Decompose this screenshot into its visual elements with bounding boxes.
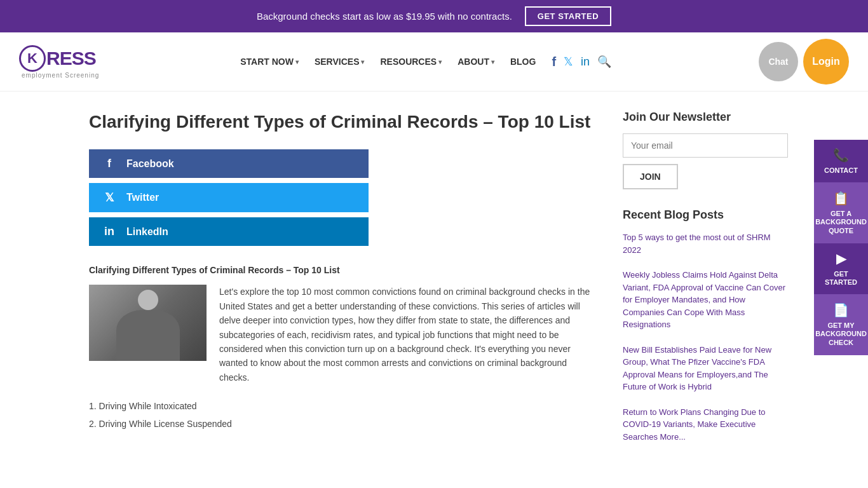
phone-icon: 📞 xyxy=(833,147,849,163)
chevron-down-icon: ▾ xyxy=(295,58,299,65)
get-background-check-button[interactable]: 📄 GET MY BACKGROUND CHECK xyxy=(814,295,868,355)
top-banner: Background checks start as low as $19.95… xyxy=(0,0,868,32)
newsletter-section: Join Our Newsletter JOIN xyxy=(623,111,788,189)
article-content: Clarifying Different Types of Criminal R… xyxy=(89,111,597,456)
logo[interactable]: K RESS employment Screening xyxy=(19,45,99,79)
article-subtitle: Clarifying Different Types of Criminal R… xyxy=(89,265,597,275)
contact-label: CONTACT xyxy=(824,166,858,175)
article-body: Let's explore the top 10 most common con… xyxy=(89,285,597,384)
article-title: Clarifying Different Types of Criminal R… xyxy=(89,111,597,133)
search-button[interactable]: 🔍 xyxy=(597,55,611,69)
background-icon: 📄 xyxy=(833,302,849,318)
facebook-share-label: Facebook xyxy=(126,158,174,170)
get-quote-button[interactable]: 📋 GET A BACKGROUND QUOTE xyxy=(814,183,868,243)
login-button[interactable]: Login xyxy=(803,39,849,85)
recent-post-item[interactable]: New Bill Establishes Paid Leave for New … xyxy=(623,344,788,393)
social-share-buttons: f Facebook 𝕏 Twitter in LinkedIn xyxy=(89,149,369,246)
main-nav: START NOW ▾ SERVICES ▾ RESOURCES ▾ ABOUT… xyxy=(234,51,611,72)
recent-post-item[interactable]: Return to Work Plans Changing Due to COV… xyxy=(623,406,788,444)
chevron-down-icon: ▾ xyxy=(438,58,442,65)
recent-posts-section: Recent Blog Posts Top 5 ways to get the … xyxy=(623,208,788,443)
article-image xyxy=(89,285,207,361)
social-nav-icons: f 𝕏 in 🔍 xyxy=(552,55,611,69)
contact-button[interactable]: 📞 CONTACT xyxy=(814,140,868,183)
twitter-share-button[interactable]: 𝕏 Twitter xyxy=(89,183,369,212)
nav-blog[interactable]: BLOG xyxy=(504,51,542,72)
twitter-share-icon: 𝕏 xyxy=(102,191,117,205)
main-container: Clarifying Different Types of Criminal R… xyxy=(0,92,868,475)
recent-post-item[interactable]: Weekly Jobless Claims Hold Against Delta… xyxy=(623,269,788,331)
right-sidebar: 📞 CONTACT 📋 GET A BACKGROUND QUOTE ▶ GET… xyxy=(814,140,868,355)
banner-text: Background checks start as low as $19.95… xyxy=(257,11,512,22)
facebook-share-icon: f xyxy=(102,157,117,170)
article-body-text: Let's explore the top 10 most common con… xyxy=(219,285,597,384)
linkedin-share-label: LinkedIn xyxy=(126,226,168,238)
nav-start-now[interactable]: START NOW ▾ xyxy=(234,51,305,72)
started-label: GET STARTED xyxy=(825,270,857,287)
quote-icon: 📋 xyxy=(833,191,849,206)
banner-cta-button[interactable]: GET STARTED xyxy=(525,6,611,26)
nav-about[interactable]: ABOUT ▾ xyxy=(451,51,501,72)
logo-k-circle: K xyxy=(19,45,46,72)
nav-resources[interactable]: RESOURCES ▾ xyxy=(374,51,448,72)
join-button[interactable]: JOIN xyxy=(623,164,678,189)
article-list: 1. Driving While Intoxicated 2. Driving … xyxy=(89,397,597,433)
logo-subtitle: employment Screening xyxy=(22,72,99,79)
background-label: GET MY BACKGROUND CHECK xyxy=(815,322,867,347)
recent-posts-title: Recent Blog Posts xyxy=(623,208,788,222)
chat-button[interactable]: Chat xyxy=(759,42,798,81)
list-item: 2. Driving While License Suspended xyxy=(89,415,597,433)
facebook-share-button[interactable]: f Facebook xyxy=(89,149,369,178)
list-item: 1. Driving While Intoxicated xyxy=(89,397,597,415)
chevron-down-icon: ▾ xyxy=(491,58,494,65)
linkedin-share-button[interactable]: in LinkedIn xyxy=(89,217,369,246)
recent-post-item[interactable]: Top 5 ways to get the most out of SHRM 2… xyxy=(623,231,788,256)
twitter-icon[interactable]: 𝕏 xyxy=(564,55,573,69)
newsletter-title: Join Our Newsletter xyxy=(623,111,788,124)
sidebar: Join Our Newsletter JOIN Recent Blog Pos… xyxy=(623,111,788,456)
chevron-down-icon: ▾ xyxy=(361,58,364,65)
linkedin-icon[interactable]: in xyxy=(581,55,590,69)
email-input[interactable] xyxy=(623,133,788,158)
started-icon: ▶ xyxy=(836,251,846,266)
header-actions: Chat Login xyxy=(759,39,849,85)
nav-services[interactable]: SERVICES ▾ xyxy=(308,51,371,72)
linkedin-share-icon: in xyxy=(102,225,117,238)
twitter-share-label: Twitter xyxy=(126,192,159,203)
logo-name-text: RESS xyxy=(46,48,96,69)
quote-label: GET A BACKGROUND QUOTE xyxy=(815,210,867,235)
header: K RESS employment Screening START NOW ▾ … xyxy=(0,32,868,92)
get-started-button[interactable]: ▶ GET STARTED xyxy=(814,243,868,295)
facebook-icon[interactable]: f xyxy=(552,55,556,69)
